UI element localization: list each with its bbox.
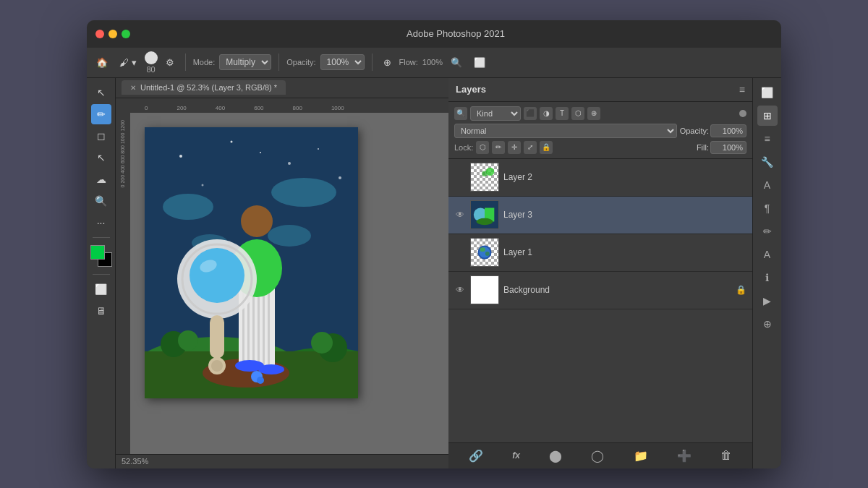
layer-item-layer3[interactable]: 👁 Layer 3 <box>448 197 752 234</box>
filter-shape-icon[interactable]: ⬡ <box>571 107 584 120</box>
opacity-input[interactable]: 100% <box>710 124 746 137</box>
new-fill-btn[interactable]: ⬤ <box>545 448 566 464</box>
blend-mode-select[interactable]: Multiply Normal Screen Overlay <box>219 54 271 70</box>
brush-tool-btn[interactable]: 🖌 ▾ <box>116 55 140 70</box>
layer-item-layer1[interactable]: 👁 Layer 1 <box>448 234 752 272</box>
delete-layer-btn[interactable]: 🗑 <box>716 448 736 463</box>
canvas-document[interactable] <box>145 127 358 398</box>
type-icon-btn[interactable]: A <box>757 175 778 195</box>
layers-icon-btn[interactable]: ⊞ <box>757 106 778 126</box>
play-icon-btn[interactable]: ▶ <box>757 291 778 311</box>
filter-pixel-icon[interactable]: ⬛ <box>524 107 537 120</box>
filter-type-icon[interactable]: T <box>556 107 569 120</box>
ruler-mark-1000: 1000 <box>331 105 344 111</box>
doc-area: ✕ Untitled-1 @ 52.3% (Layer 3, RGB/8) * … <box>116 78 448 468</box>
settings-icon-btn[interactable]: 🔧 <box>757 152 778 172</box>
ruler-mark-800: 800 <box>293 105 302 111</box>
fill-label: Fill: <box>697 143 709 152</box>
svg-point-48 <box>477 218 493 226</box>
filter-kind-select[interactable]: Kind <box>470 106 521 121</box>
svg-rect-35 <box>210 315 224 359</box>
layers-panel-title: Layers <box>456 84 486 95</box>
selection-tool[interactable]: ↖ <box>91 147 111 168</box>
paragraph-icon-btn[interactable]: ¶ <box>757 198 778 218</box>
group-btn[interactable]: 📁 <box>629 448 652 464</box>
lock-label: Lock: <box>454 143 473 152</box>
new-layer-btn[interactable]: ➕ <box>673 448 696 464</box>
airbrush-btn[interactable]: ⊕ <box>380 55 395 70</box>
layers-menu-btn[interactable]: ≡ <box>739 84 745 95</box>
mask-tool[interactable]: ⬜ <box>91 279 111 299</box>
brush-preview <box>145 51 158 64</box>
svg-point-7 <box>339 176 341 179</box>
fill-control: Fill: 100% <box>697 141 746 154</box>
flow-value: 100% <box>422 58 443 67</box>
background-visibility[interactable]: 👁 <box>454 285 466 295</box>
layer-blend-select[interactable]: Normal Multiply Screen <box>454 124 677 138</box>
screen-mode[interactable]: 🖥 <box>91 301 111 321</box>
svg-point-10 <box>268 225 311 247</box>
fill-input[interactable]: 100% <box>710 141 746 154</box>
doc-tab[interactable]: ✕ Untitled-1 @ 52.3% (Layer 3, RGB/8) * <box>122 80 286 95</box>
search-icon[interactable]: 🔍 <box>454 107 467 120</box>
eraser-tool[interactable]: ◻ <box>91 126 111 146</box>
layers-list: 👁 Layer 2 👁 <box>448 159 752 442</box>
lasso-tool[interactable]: ☁ <box>91 169 111 189</box>
move-tool[interactable]: ↖ <box>91 82 111 103</box>
color-swatches[interactable] <box>90 245 112 267</box>
svg-point-33 <box>190 248 244 303</box>
ruler-top: 0 200 400 600 800 1000 <box>130 98 448 113</box>
actions-icon-btn[interactable]: ⊕ <box>757 314 778 334</box>
flow-search-btn[interactable]: 🔍 <box>447 55 466 70</box>
mask-btn[interactable]: ◯ <box>587 448 608 464</box>
info-icon-btn[interactable]: ℹ <box>757 267 778 288</box>
mode-label: Mode: <box>193 58 216 67</box>
lock-position-icon[interactable]: ⤢ <box>524 141 537 154</box>
maximize-button[interactable] <box>122 30 130 38</box>
lock-transparent-icon[interactable]: ⬡ <box>476 141 489 154</box>
close-button[interactable] <box>95 30 104 38</box>
svg-point-37 <box>211 360 223 372</box>
tool-separator <box>93 237 110 238</box>
layer-item-layer2[interactable]: 👁 Layer 2 <box>448 159 752 197</box>
ruler-mark-600: 600 <box>254 105 263 111</box>
filter-toggle[interactable] <box>739 110 746 117</box>
layer-item-background[interactable]: 👁 Background 🔒 <box>448 272 752 309</box>
filter-adjust-icon[interactable]: ◑ <box>540 107 553 120</box>
zoom-tool[interactable]: 🔍 <box>91 191 111 211</box>
adjustments-icon-btn[interactable]: ≡ <box>757 129 778 149</box>
tool-separator-2 <box>93 274 110 275</box>
svg-point-44 <box>482 171 488 176</box>
svg-point-30 <box>241 205 273 237</box>
lock-all-icon[interactable]: 🔒 <box>540 141 553 154</box>
layer3-name: Layer 3 <box>503 210 746 220</box>
status-bar: 52.35% <box>116 454 448 468</box>
brush-panel-btn[interactable]: ✏ <box>757 221 778 241</box>
char-icon-btn[interactable]: A <box>757 244 778 265</box>
layer3-visibility[interactable]: 👁 <box>454 210 466 220</box>
minimize-button[interactable] <box>109 30 117 38</box>
canvas-rotate-btn[interactable]: ⬜ <box>470 55 489 70</box>
brush-tool[interactable]: ✏ <box>91 104 111 124</box>
tab-close-btn[interactable]: ✕ <box>130 84 136 92</box>
link-layers-btn[interactable]: 🔗 <box>464 448 488 464</box>
foreground-color[interactable] <box>90 245 105 260</box>
svg-point-8 <box>163 194 213 220</box>
toolbar-divider-2 <box>278 53 279 71</box>
more-tools[interactable]: ··· <box>91 213 111 233</box>
brush-settings-btn[interactable]: ⚙ <box>162 55 178 70</box>
canvas-wrapper[interactable] <box>130 113 448 454</box>
svg-point-20 <box>311 332 333 354</box>
lock-image-icon[interactable]: ✏ <box>492 141 505 154</box>
ruler-mark-0: 0 <box>145 105 148 111</box>
opacity-select[interactable]: 100% 75% 50% <box>320 54 365 70</box>
filter-smart-icon[interactable]: ⊕ <box>587 107 600 120</box>
lock-artboard-icon[interactable]: ✛ <box>508 141 521 154</box>
main-toolbar: 🏠 🖌 ▾ 80 ⚙ Mode: Multiply Normal Screen … <box>87 48 781 78</box>
history-icon-btn[interactable]: ⬜ <box>757 82 778 103</box>
fx-btn[interactable]: fx <box>508 449 524 462</box>
home-button[interactable]: 🏠 <box>93 55 111 70</box>
filter-row: 🔍 Kind ⬛ ◑ T ⬡ ⊕ <box>454 106 746 121</box>
canvas-area[interactable]: 0 200 400 600 800 1000 0 200 400 600 800… <box>116 98 448 454</box>
layer2-name: Layer 2 <box>503 172 746 182</box>
